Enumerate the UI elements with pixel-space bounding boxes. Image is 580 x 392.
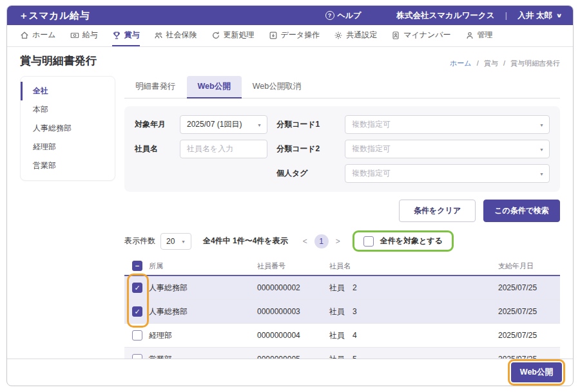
table-row[interactable]: ✓ 人事総務部 0000000002 社員 2 2025/07/25 — [124, 276, 560, 300]
row-checkbox[interactable]: ✓ — [132, 354, 142, 359]
breadcrumb: ホーム / 賞与 / 賞与明細吉発行 — [450, 59, 560, 68]
cell-name: 社員 5 — [329, 354, 498, 359]
row-checkbox[interactable]: ✓ — [132, 330, 142, 341]
nav-item-admin[interactable]: 管理 — [465, 25, 493, 46]
select-all-label: 全件を対象とする — [380, 236, 443, 247]
sidebar-item-jinji[interactable]: 人事総務部 — [21, 119, 115, 138]
personal-tag-select[interactable]: 複数指定可 — [345, 164, 550, 183]
cell-paydate: 2025/07/25 — [498, 283, 560, 292]
target-month-select[interactable]: 2025/07 (1回目) — [180, 115, 267, 134]
col-header-dept: 所属 — [149, 261, 257, 271]
next-page-button[interactable]: > — [334, 237, 342, 246]
col-header-name: 社員名 — [329, 261, 498, 271]
breadcrumb-home-link[interactable]: ホーム — [450, 59, 472, 67]
cell-name: 社員 3 — [329, 306, 498, 317]
trophy-icon — [112, 31, 121, 40]
clear-conditions-button[interactable]: 条件をクリア — [399, 200, 476, 222]
tab-issue[interactable]: 明細書発行 — [124, 76, 187, 98]
people-icon — [154, 31, 163, 40]
class-code1-select[interactable]: 複数指定可 — [345, 115, 550, 134]
page-size-select[interactable]: 20 — [160, 233, 191, 250]
gear-icon — [334, 31, 343, 40]
app-window: ＋スマカル給与 ? ヘルプ 株式会社スマカルワークス ｜ 入井 太郎 ∨ ホーム… — [6, 5, 574, 386]
tab-web-unpublish[interactable]: Web公開取消 — [242, 76, 312, 98]
annotation-box-publish-button: Web公開 — [508, 359, 565, 386]
select-all-checkbox[interactable]: ✓ — [363, 236, 374, 247]
employee-table: − 所属 社員番号 社員名 支給年月日 ✓ 人事総務部 0000000002 社… — [124, 257, 560, 359]
col-header-empno: 社員番号 — [257, 261, 329, 271]
tab-web-publish[interactable]: Web公開 — [187, 76, 242, 98]
col-header-paydate: 支給年月日 — [498, 261, 560, 271]
top-bar: ＋スマカル給与 ? ヘルプ 株式会社スマカルワークス ｜ 入井 太郎 ∨ — [7, 6, 573, 25]
home-icon — [20, 31, 29, 40]
page-title: 賞与明細書発行 — [20, 53, 97, 68]
breadcrumb-bonus: 賞与 — [484, 59, 498, 67]
sidebar-item-keiri[interactable]: 経理部 — [21, 138, 115, 156]
class-code2-label: 分類コード2 — [276, 144, 336, 154]
person-icon — [465, 31, 474, 40]
nav-item-update[interactable]: 更新処理 — [211, 25, 255, 46]
table-header: − 所属 社員番号 社員名 支給年月日 — [124, 257, 560, 276]
nav-item-payroll[interactable]: 給与 — [70, 25, 98, 46]
chevron-down-icon: ∨ — [556, 12, 562, 19]
sidebar-item-all[interactable]: 全社 — [21, 82, 115, 100]
download-box-icon — [269, 31, 278, 40]
nav-item-settings[interactable]: 共通設定 — [334, 25, 377, 46]
main-panel: 明細書発行 Web公開 Web公開取消 対象年月 2025/07 (1回目) ▼… — [124, 76, 560, 359]
cell-dept: 人事総務部 — [149, 283, 257, 294]
cell-paydate: 2025/07/25 — [498, 307, 560, 316]
cell-dept: 営業部 — [149, 354, 257, 359]
header-checkbox[interactable]: − — [132, 261, 142, 271]
cell-name: 社員 4 — [329, 330, 498, 341]
class-code1-label: 分類コード1 — [276, 119, 336, 130]
nav-item-social-insurance[interactable]: 社会保険 — [154, 25, 197, 46]
help-icon: ? — [325, 11, 334, 20]
sidebar-item-honbu[interactable]: 本部 — [21, 100, 115, 119]
main-nav: ホーム 給与 賞与 社会保険 更新処理 データ操作 共通設定 マイナンバー — [7, 25, 573, 47]
row-checkbox[interactable]: ✓ — [132, 306, 142, 317]
table-row[interactable]: ✓ 営業部 0000000005 社員 5 2025/07/25 — [124, 348, 560, 359]
page-size-label: 表示件数 — [124, 236, 155, 247]
banknote-icon — [70, 31, 79, 40]
sidebar-item-eigyo[interactable]: 営業部 — [21, 156, 115, 175]
page-content: 賞与明細書発行 ホーム / 賞与 / 賞与明細吉発行 全社 本部 人事総務部 経… — [7, 47, 573, 359]
table-row[interactable]: ✓ 人事総務部 0000000003 社員 3 2025/07/25 — [124, 300, 560, 324]
row-checkbox[interactable]: ✓ — [132, 283, 142, 293]
employee-name-input[interactable]: 社員名を入力 — [180, 140, 267, 158]
nav-item-mynumber[interactable]: マイナンバー — [391, 25, 450, 46]
annotation-box-select-all: ✓ 全件を対象とする — [353, 230, 454, 252]
id-card-icon — [391, 31, 400, 40]
page-number-button[interactable]: 1 — [314, 234, 329, 248]
cell-dept: 経理部 — [149, 330, 257, 341]
nav-item-bonus[interactable]: 賞与 — [112, 25, 140, 46]
cell-empno: 0000000004 — [257, 331, 329, 340]
nav-item-data[interactable]: データ操作 — [269, 25, 320, 46]
help-label: ヘルプ — [338, 10, 362, 21]
cell-empno: 0000000002 — [257, 283, 329, 292]
help-button[interactable]: ? ヘルプ — [325, 10, 362, 21]
web-publish-button[interactable]: Web公開 — [511, 362, 562, 382]
department-sidebar: 全社 本部 人事総務部 経理部 営業部 — [20, 76, 115, 181]
user-name: 入井 太郎 — [517, 10, 552, 21]
filter-panel: 対象年月 2025/07 (1回目) ▼ 分類コード1 複数指定可 ▼ 社員名 … — [124, 106, 560, 192]
cell-name: 社員 2 — [329, 283, 498, 294]
personal-tag-label: 個人タグ — [276, 168, 336, 179]
prev-page-button[interactable]: < — [301, 237, 309, 246]
cell-empno: 0000000005 — [257, 355, 329, 359]
table-row[interactable]: ✓ 経理部 0000000004 社員 4 2025/07/25 — [124, 324, 560, 348]
company-name: 株式会社スマカルワークス — [396, 10, 494, 21]
topbar-divider: ｜ — [502, 10, 510, 21]
breadcrumb-current: 賞与明細吉発行 — [510, 59, 560, 67]
search-button[interactable]: この条件で検索 — [483, 200, 560, 222]
cell-dept: 人事総務部 — [149, 306, 257, 317]
list-controls: 表示件数 20 ▼ 全4件中 1件〜4件を表示 < 1 > ✓ 全件を対象とする — [124, 230, 560, 252]
employee-name-label: 社員名 — [135, 144, 171, 154]
cell-paydate: 2025/07/25 — [498, 355, 560, 359]
cell-paydate: 2025/07/25 — [498, 331, 560, 340]
tab-bar: 明細書発行 Web公開 Web公開取消 — [124, 76, 560, 98]
result-summary: 全4件中 1件〜4件を表示 — [203, 236, 288, 247]
user-menu[interactable]: 入井 太郎 ∨ — [517, 10, 561, 21]
nav-item-home[interactable]: ホーム — [20, 25, 56, 46]
class-code2-select[interactable]: 複数指定可 — [345, 140, 550, 158]
cell-empno: 0000000003 — [257, 307, 329, 316]
